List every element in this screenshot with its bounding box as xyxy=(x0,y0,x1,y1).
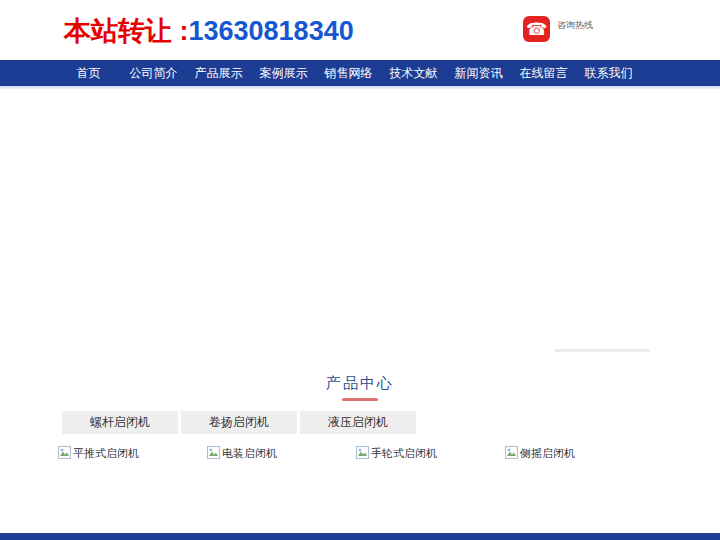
nav-item-products[interactable]: 产品展示 xyxy=(186,60,251,86)
nav-items: 首页 公司简介 产品展示 案例展示 销售网络 技术文献 新闻资讯 在线留言 联系… xyxy=(0,60,720,86)
nav-item-news[interactable]: 新闻资讯 xyxy=(446,60,511,86)
product-link-flat-push-hoist[interactable]: 平推式启闭机 xyxy=(58,446,207,461)
product-link-side-crank-hoist[interactable]: 侧摇启闭机 xyxy=(505,446,654,461)
product-link-handwheel-hoist[interactable]: 手轮式启闭机 xyxy=(356,446,505,461)
broken-image-icon xyxy=(58,446,71,461)
product-item: 手轮式启闭机 xyxy=(356,446,505,461)
tab-winch-hoist[interactable]: 卷扬启闭机 xyxy=(181,411,297,434)
product-label: 侧摇启闭机 xyxy=(520,446,575,461)
nav-item-home[interactable]: 首页 xyxy=(56,60,121,86)
nav-bottom-highlight xyxy=(0,86,720,89)
product-item: 平推式启闭机 xyxy=(58,446,207,461)
broken-image-icon xyxy=(505,446,518,461)
hotline-label: 咨询热线 xyxy=(557,19,593,32)
tab-screw-hoist[interactable]: 螺杆启闭机 xyxy=(62,411,178,434)
nav-item-contact[interactable]: 联系我们 xyxy=(576,60,641,86)
product-label: 电装启闭机 xyxy=(222,446,277,461)
site-transfer-notice: 本站转让 :13630818340 xyxy=(64,13,354,49)
product-category-tabs: 螺杆启闭机 卷扬启闭机 液压启闭机 xyxy=(62,411,419,434)
product-item: 电装启闭机 xyxy=(207,446,356,461)
transfer-phone-number: 13630818340 xyxy=(189,16,354,46)
broken-image-icon xyxy=(207,446,220,461)
product-link-electric-hoist[interactable]: 电装启闭机 xyxy=(207,446,356,461)
telephone-icon: ☎ xyxy=(523,16,550,42)
product-label: 平推式启闭机 xyxy=(73,446,139,461)
nav-item-message-board[interactable]: 在线留言 xyxy=(511,60,576,86)
nav-item-sales-network[interactable]: 销售网络 xyxy=(316,60,381,86)
title-underline xyxy=(342,398,378,401)
product-center-title: 产品中心 xyxy=(0,374,720,393)
transfer-label: 本站转让 : xyxy=(64,16,189,46)
product-item: 侧摇启闭机 xyxy=(505,446,654,461)
nav-item-technical-docs[interactable]: 技术文献 xyxy=(381,60,446,86)
faint-divider xyxy=(555,349,650,352)
footer-bar xyxy=(0,533,720,540)
top-header: 本站转让 :13630818340 ☎ 咨询热线 xyxy=(0,0,720,60)
hotline-block: ☎ 咨询热线 xyxy=(523,16,593,42)
main-nav: 首页 公司简介 产品展示 案例展示 销售网络 技术文献 新闻资讯 在线留言 联系… xyxy=(0,60,720,86)
broken-image-icon xyxy=(356,446,369,461)
tab-hydraulic-hoist[interactable]: 液压启闭机 xyxy=(300,411,416,434)
product-label: 手轮式启闭机 xyxy=(371,446,437,461)
nav-item-company-profile[interactable]: 公司简介 xyxy=(121,60,186,86)
product-list: 平推式启闭机 电装启闭机 手轮式启闭机 侧摇启闭机 xyxy=(58,446,654,461)
nav-item-cases[interactable]: 案例展示 xyxy=(251,60,316,86)
